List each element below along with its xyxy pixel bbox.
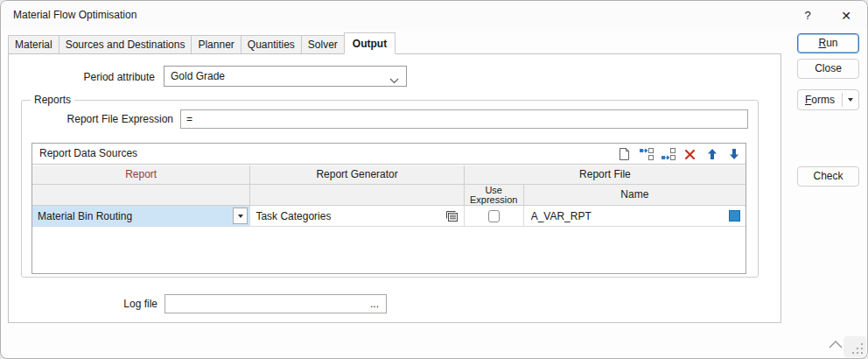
move-down-icon[interactable] [724, 145, 743, 163]
log-file-label: Log file [89, 294, 158, 313]
tab-quantities[interactable]: Quantities [241, 35, 302, 53]
resize-grip-dots-icon [861, 352, 863, 354]
tab-material[interactable]: Material [8, 35, 60, 53]
help-button[interactable]: ? [794, 5, 822, 25]
grid-title: Report Data Sources [39, 144, 137, 164]
title-bar: Material Flow Optimisation ? ✕ [1, 1, 867, 29]
report-file-expression-label: Report File Expression [42, 109, 173, 129]
report-generator-cell[interactable]: Task Categories [250, 206, 464, 226]
report-file-color-square[interactable] [729, 210, 740, 222]
tab-solver[interactable]: Solver [301, 35, 345, 53]
reports-groupbox: Reports Report File Expression Report Da… [21, 100, 759, 278]
log-file-browse-button[interactable]: ... [370, 295, 379, 313]
period-attribute-label: Period attribute [50, 67, 155, 87]
column-subheader-report-empty [32, 185, 250, 206]
report-data-sources-grid: Report Data Sources [32, 143, 746, 274]
chevron-down-icon [389, 74, 399, 87]
column-subheader-generator-empty [250, 185, 464, 206]
dropdown-arrow-icon [238, 215, 243, 218]
column-header-report-file[interactable]: Report File [465, 165, 746, 185]
delete-row-icon[interactable] [681, 145, 699, 163]
column-header-report[interactable]: Report [32, 165, 250, 185]
output-tab-page: Period attribute Gold Grade Reports Repo… [8, 53, 781, 323]
forms-button[interactable]: Forms [798, 94, 842, 106]
insert-row-above-icon[interactable] [637, 145, 655, 163]
column-header-use-expression[interactable]: Use Expression [465, 185, 524, 206]
grid-header-row-sub: Use Expression Name [32, 185, 746, 206]
grid-toolbar [615, 144, 743, 164]
table-row: Material Bin Routing Task Categories [32, 206, 746, 227]
insert-row-below-icon[interactable] [659, 145, 677, 163]
report-file-expression-input[interactable] [180, 109, 748, 129]
run-button-label-initial: R [818, 37, 826, 49]
tab-sources-and-destinations[interactable]: Sources and Destinations [59, 35, 192, 53]
use-expression-checkbox[interactable] [488, 210, 500, 222]
report-generator-cell-value: Task Categories [250, 210, 331, 222]
check-button[interactable]: Check [797, 166, 859, 187]
name-cell[interactable]: A_VAR_RPT [524, 206, 746, 226]
name-cell-value: A_VAR_RPT [524, 210, 592, 222]
dialog-window: Material Flow Optimisation ? ✕ Material … [0, 0, 868, 359]
forms-split-button[interactable]: Forms [797, 89, 859, 110]
run-button-label-rest: un [826, 37, 837, 49]
grid-header-row-groups: Report Report Generator Report File [32, 165, 746, 185]
forms-dropdown-arrow-icon[interactable] [843, 98, 858, 102]
period-attribute-value: Gold Grade [171, 70, 225, 82]
period-attribute-select[interactable]: Gold Grade [164, 66, 407, 87]
forms-button-label-rest: orms [811, 94, 835, 106]
resize-grip[interactable] [844, 336, 866, 357]
reports-groupbox-label: Reports [31, 94, 74, 106]
use-expression-cell[interactable] [465, 206, 524, 226]
tab-planner[interactable]: Planner [191, 35, 241, 53]
window-title: Material Flow Optimisation [13, 1, 136, 29]
move-up-icon[interactable] [703, 145, 721, 163]
column-header-report-generator[interactable]: Report Generator [250, 165, 464, 185]
task-categories-list-icon[interactable] [444, 210, 458, 224]
new-row-icon[interactable] [615, 145, 634, 163]
log-file-input[interactable]: ... [164, 294, 387, 313]
grid-caption-band: Report Data Sources [32, 144, 746, 165]
column-header-name[interactable]: Name [524, 185, 746, 206]
report-cell[interactable]: Material Bin Routing [32, 206, 250, 226]
tab-output[interactable]: Output [344, 32, 396, 54]
run-button[interactable]: Run [797, 33, 859, 53]
report-cell-value: Material Bin Routing [32, 210, 132, 222]
report-dropdown-button[interactable] [233, 208, 248, 224]
close-button[interactable]: Close [797, 59, 859, 79]
chevron-up-icon[interactable] [829, 339, 843, 351]
tab-strip: Material Sources and Destinations Planne… [8, 34, 395, 53]
close-window-button[interactable]: ✕ [832, 5, 860, 25]
